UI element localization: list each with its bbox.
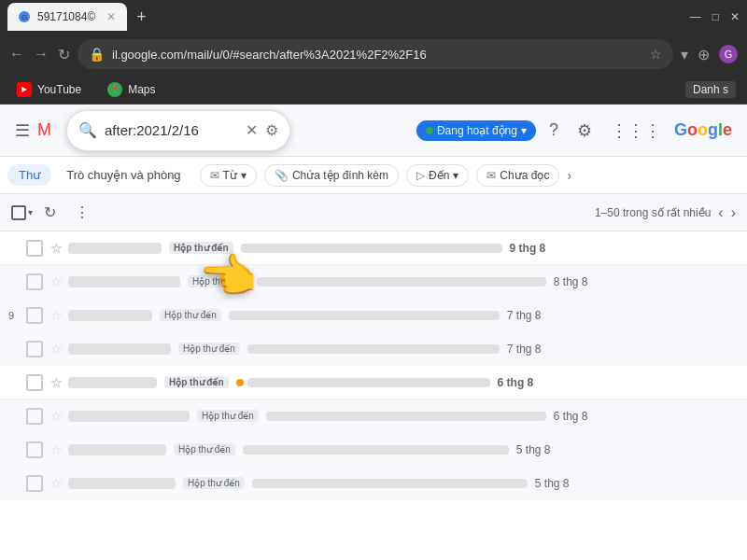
search-options-icon[interactable]: ⚙ bbox=[265, 121, 278, 139]
email-date: 9 thg 8 bbox=[510, 242, 546, 255]
status-badge[interactable]: Đang hoạt động ▾ bbox=[416, 120, 536, 141]
email-row[interactable]: ☆Hộp thư đến5 thg 8 bbox=[0, 433, 747, 467]
email-checkbox[interactable] bbox=[26, 307, 43, 324]
sender-name bbox=[68, 310, 152, 321]
settings-icon[interactable]: ⚙ bbox=[571, 115, 598, 147]
active-tab[interactable]: G 59171084© ✕ bbox=[7, 3, 127, 31]
orange-dot bbox=[236, 379, 244, 386]
email-date: 6 thg 8 bbox=[498, 376, 534, 389]
tab-favicon: G bbox=[19, 11, 30, 22]
star-icon[interactable]: ☆ bbox=[50, 342, 63, 357]
profile-icon[interactable]: G bbox=[719, 45, 738, 63]
email-subject bbox=[229, 311, 500, 320]
email-row[interactable]: ☆Hộp thư đến8 thg 8 bbox=[0, 265, 747, 299]
filter-tab-tro-chuyen[interactable]: Trò chuyện và phòng bbox=[55, 164, 191, 186]
apps-icon[interactable]: ⋮⋮⋮ bbox=[605, 115, 667, 147]
address-bar[interactable]: 🔒 il.google.com/mail/u/0/#search/after%3… bbox=[78, 39, 673, 69]
status-label: Đang hoạt động bbox=[437, 124, 517, 137]
filter-tab-thu[interactable]: Thư bbox=[7, 164, 51, 186]
search-box[interactable]: 🔍 after:2021/2/16 ✕ ⚙ bbox=[66, 110, 290, 151]
tu-icon: ✉ bbox=[210, 169, 219, 182]
browser-chrome: G 59171084© ✕ + — □ ✕ bbox=[0, 0, 747, 34]
email-checkbox[interactable] bbox=[26, 475, 43, 492]
extension-icon[interactable]: ▾ bbox=[681, 46, 688, 63]
lock-icon: 🔒 bbox=[89, 47, 105, 62]
bookmarks-bar: ▶ YouTube 📍 Maps Danh s bbox=[0, 75, 747, 105]
filter-chip-chua-doc[interactable]: ✉ Chưa đọc bbox=[476, 164, 559, 187]
email-checkbox[interactable] bbox=[26, 374, 43, 391]
pagination-text: 1–50 trong số rất nhiều bbox=[595, 206, 711, 219]
select-all-chevron[interactable]: ▾ bbox=[28, 207, 33, 217]
star-icon[interactable]: ☆ bbox=[50, 274, 63, 289]
tu-chevron: ▾ bbox=[241, 169, 247, 182]
refresh-action-icon[interactable]: ↻ bbox=[36, 198, 63, 227]
unread-icon: ✉ bbox=[486, 169, 496, 182]
email-checkbox[interactable] bbox=[26, 240, 43, 257]
email-row[interactable]: ☆Hộp thư đến7 thg 8 bbox=[0, 332, 747, 366]
email-subject bbox=[241, 244, 502, 253]
filter-chip-den[interactable]: ▷ Đến ▾ bbox=[406, 164, 469, 187]
email-row[interactable]: ☆Hộp thư đến6 thg 8 bbox=[0, 366, 747, 399]
attachment-icon: 📎 bbox=[275, 169, 289, 182]
email-row[interactable]: ☆Hộp thư đến5 thg 8 bbox=[0, 467, 747, 500]
maximize-button[interactable]: □ bbox=[712, 10, 719, 23]
gmail-topbar: ☰ M 🔍 after:2021/2/16 ✕ ⚙ 👉 Đang hoạt độ… bbox=[0, 105, 747, 157]
sender-name bbox=[68, 343, 171, 355]
maps-label: Maps bbox=[128, 83, 155, 96]
star-icon[interactable]: ☆ bbox=[50, 375, 63, 390]
email-checkbox[interactable] bbox=[26, 273, 43, 290]
maps-icon: 📍 bbox=[107, 82, 122, 97]
email-row[interactable]: ☆Hộp thư đến9 thg 8 bbox=[0, 231, 747, 265]
help-icon[interactable]: ? bbox=[543, 115, 564, 146]
email-checkbox[interactable] bbox=[26, 341, 43, 357]
bookmark-maps[interactable]: 📍 Maps bbox=[102, 78, 161, 101]
email-subject bbox=[247, 344, 500, 354]
window-controls: — □ ✕ bbox=[690, 10, 740, 23]
filter-bar: Thư Trò chuyện và phòng ✉ Từ ▾ 📎 Chứa tệ… bbox=[0, 157, 747, 194]
email-checkbox[interactable] bbox=[26, 408, 43, 425]
den-chevron: ▾ bbox=[453, 169, 458, 182]
refresh-icon[interactable]: ↻ bbox=[58, 46, 70, 63]
email-subject bbox=[243, 445, 509, 455]
email-subject bbox=[266, 412, 546, 421]
hamburger-icon[interactable]: ☰ bbox=[15, 120, 30, 141]
inbox-badge: Hộp thư đến bbox=[160, 309, 221, 321]
select-all-checkbox[interactable] bbox=[11, 205, 26, 220]
inbox-badge: Hộp thư đến bbox=[174, 443, 235, 455]
email-subject bbox=[252, 479, 528, 488]
star-icon[interactable]: ☆ bbox=[50, 409, 63, 424]
more-actions-icon[interactable]: ⋮ bbox=[67, 198, 97, 227]
email-row[interactable]: ☆Hộp thư đến6 thg 8 bbox=[0, 399, 747, 433]
close-button[interactable]: ✕ bbox=[730, 10, 740, 23]
prev-page-button[interactable]: ‹ bbox=[718, 204, 723, 221]
more-filters-chevron[interactable]: › bbox=[567, 168, 571, 183]
tab-close-button[interactable]: ✕ bbox=[106, 10, 116, 23]
gmail-app: ☰ M 🔍 after:2021/2/16 ✕ ⚙ 👉 Đang hoạt độ… bbox=[0, 105, 747, 560]
back-icon[interactable]: ← bbox=[9, 46, 24, 63]
bookmark-star-icon[interactable]: ☆ bbox=[650, 47, 662, 62]
star-icon[interactable]: ☆ bbox=[50, 442, 63, 457]
star-icon[interactable]: ☆ bbox=[50, 476, 63, 491]
star-icon[interactable]: ☆ bbox=[50, 241, 63, 256]
search-icon: 🔍 bbox=[78, 121, 97, 139]
star-icon[interactable]: ☆ bbox=[50, 308, 63, 323]
action-bar: ▾ ↻ ⋮ 1–50 trong số rất nhiều ‹ › bbox=[0, 194, 747, 231]
email-checkbox[interactable] bbox=[26, 441, 43, 458]
minimize-button[interactable]: — bbox=[690, 10, 701, 23]
filter-chip-tu[interactable]: ✉ Từ ▾ bbox=[200, 164, 257, 187]
email-date: 5 thg 8 bbox=[535, 477, 570, 490]
inbox-badge: Hộp thư đến bbox=[164, 376, 229, 388]
sender-name bbox=[68, 478, 176, 489]
den-icon: ▷ bbox=[416, 169, 425, 182]
gmail-top-right: Đang hoạt động ▾ ? ⚙ ⋮⋮⋮ Google bbox=[416, 115, 732, 147]
search-lens-icon[interactable]: ⊕ bbox=[698, 46, 710, 63]
bookmark-youtube[interactable]: ▶ YouTube bbox=[11, 78, 87, 101]
forward-icon[interactable]: → bbox=[34, 46, 49, 63]
new-tab-button[interactable]: + bbox=[131, 7, 152, 27]
next-page-button[interactable]: › bbox=[731, 204, 736, 221]
bookmarks-more-label[interactable]: Danh s bbox=[685, 81, 736, 98]
tab-title: 59171084© bbox=[37, 10, 95, 23]
email-row[interactable]: 9☆Hộp thư đến7 thg 8 bbox=[0, 299, 747, 332]
filter-chip-chua-tep[interactable]: 📎 Chứa tệp đính kèm bbox=[264, 164, 399, 187]
search-clear-button[interactable]: ✕ bbox=[246, 121, 258, 139]
